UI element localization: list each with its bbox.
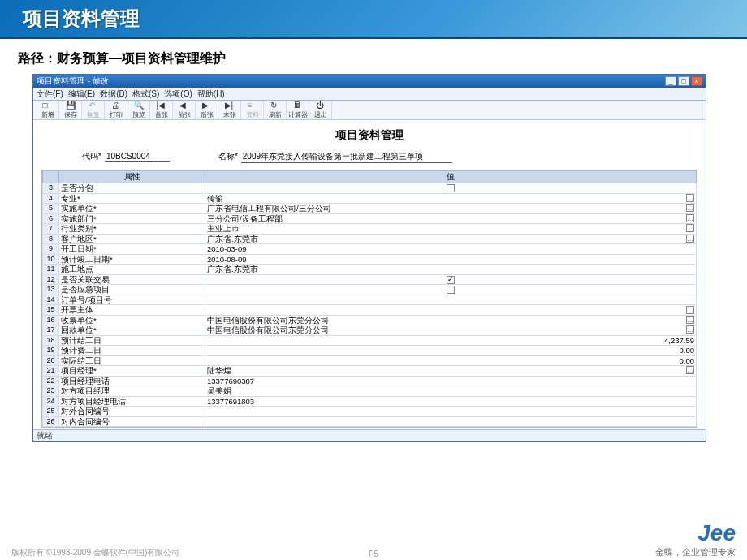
col-val: 值 xyxy=(205,171,697,183)
row-number: 5 xyxy=(43,204,59,214)
toolbar-后张[interactable]: ▶后张 xyxy=(196,101,218,119)
menu-item-3[interactable]: 格式(S) xyxy=(132,89,159,98)
value-cell[interactable]: 主业上市… xyxy=(205,224,697,235)
lookup-icon[interactable]: … xyxy=(686,204,694,212)
toolbar-预览[interactable]: 🔍预览 xyxy=(127,101,150,119)
value-cell[interactable] xyxy=(205,295,697,305)
value-cell[interactable]: 中国电信股份有限公司东莞分公司… xyxy=(205,315,697,325)
value-cell[interactable]: 广东省.东莞市 xyxy=(205,265,697,275)
toolbar-label: 前张 xyxy=(178,110,191,119)
menu-item-2[interactable]: 数据(D) xyxy=(100,89,127,98)
value-cell[interactable]: 13377690387 xyxy=(205,376,697,386)
toolbar-label: 恢复 xyxy=(87,110,100,119)
value-cell[interactable]: 0.00 xyxy=(205,346,697,356)
资料-icon: ≡ xyxy=(248,101,257,110)
attr-cell: 订单号/项目号 xyxy=(59,295,205,305)
close-button[interactable]: × xyxy=(691,76,702,86)
保存-icon: 💾 xyxy=(66,101,76,110)
value-cell[interactable]: 0.00 xyxy=(205,355,697,366)
checkbox[interactable] xyxy=(447,286,455,294)
row-number: 12 xyxy=(43,274,59,285)
row-number: 16 xyxy=(43,315,59,325)
lookup-icon[interactable]: … xyxy=(686,306,694,314)
lookup-icon[interactable]: … xyxy=(686,316,694,324)
value-cell[interactable]: … xyxy=(205,305,697,316)
toolbar: □新增💾保存↶恢复🖨打印🔍预览|◀首张◀前张▶后张▶|末张≡资料↻刷新🖩计算器⏻… xyxy=(33,101,706,120)
toolbar-末张[interactable]: ▶|末张 xyxy=(218,101,241,119)
table-row: 16收票单位*中国电信股份有限公司东莞分公司… xyxy=(43,315,697,325)
slide-title: 项目资料管理 xyxy=(23,6,140,32)
attr-cell: 对内合同编号 xyxy=(59,416,205,427)
后张-icon: ▶ xyxy=(202,101,212,110)
page-title: 项目资料管理 xyxy=(41,128,697,143)
value-cell[interactable] xyxy=(205,407,697,417)
minimize-button[interactable]: _ xyxy=(665,76,676,86)
value-cell[interactable] xyxy=(205,285,697,295)
checkbox[interactable] xyxy=(447,184,455,192)
attr-cell: 实施部门* xyxy=(59,213,205,224)
row-number: 17 xyxy=(43,325,59,336)
row-number: 4 xyxy=(43,193,59,204)
attr-cell: 对外结算区域 xyxy=(59,427,205,429)
value-cell[interactable] xyxy=(205,183,697,194)
attr-cell: 对方项目经理电话 xyxy=(59,396,205,407)
code-field[interactable]: 10BCS0004 xyxy=(105,152,170,162)
name-field[interactable]: 2009年东莞接入传输设备第一批新建工程第三单项 xyxy=(241,151,452,163)
lookup-icon[interactable]: … xyxy=(686,194,694,202)
toolbar-刷新[interactable]: ↻刷新 xyxy=(264,101,287,119)
toolbar-label: 计算器 xyxy=(288,110,308,119)
value-cell[interactable] xyxy=(205,427,697,429)
toolbar-label: 末张 xyxy=(223,110,236,119)
attr-cell: 是否分包 xyxy=(59,183,205,194)
toolbar-首张[interactable]: |◀首张 xyxy=(150,101,173,119)
toolbar-打印[interactable]: 🖨打印 xyxy=(105,101,127,119)
toolbar-退出[interactable]: ⏻退出 xyxy=(309,101,332,119)
attr-cell: 项目经理* xyxy=(59,366,205,377)
toolbar-label: 预览 xyxy=(132,110,145,119)
value-cell[interactable]: 13377691803 xyxy=(205,396,697,407)
lookup-icon[interactable]: … xyxy=(686,214,694,222)
toolbar-新增[interactable]: □新增 xyxy=(37,101,59,119)
row-number: 26 xyxy=(43,416,59,427)
toolbar-计算器[interactable]: 🖩计算器 xyxy=(287,101,309,119)
value-cell[interactable]: 陆华煌… xyxy=(205,366,697,377)
value-cell[interactable]: 2010-08-09 xyxy=(205,254,697,265)
attributes-table[interactable]: 属性 值 3是否分包4专业*传输…5实施单位*广东省电信工程有限公司/三分公司…… xyxy=(41,170,697,428)
预览-icon: 🔍 xyxy=(134,101,144,110)
刷新-icon: ↻ xyxy=(270,101,280,110)
menu-item-4[interactable]: 选项(O) xyxy=(164,89,192,98)
breadcrumb: 路径：财务预算—项目资料管理维护 xyxy=(18,50,739,67)
menu-item-1[interactable]: 编辑(E) xyxy=(68,89,95,98)
row-number: 15 xyxy=(43,305,59,316)
attr-cell: 预计结工日 xyxy=(59,335,205,346)
value-cell[interactable]: 三分公司/设备工程部… xyxy=(205,213,697,224)
value-cell[interactable]: 2010-03-09 xyxy=(205,244,697,255)
value-cell[interactable]: 中国电信股份有限公司东莞分公司… xyxy=(205,325,697,336)
attr-cell: 开票主体 xyxy=(59,305,205,316)
value-cell[interactable]: 传输… xyxy=(205,193,697,204)
attr-cell: 客户地区* xyxy=(59,234,205,244)
value-cell[interactable]: 广东省.东莞市… xyxy=(205,234,697,244)
toolbar-前张[interactable]: ◀前张 xyxy=(173,101,196,119)
value-cell[interactable]: 吴美娟 xyxy=(205,386,697,397)
lookup-icon[interactable]: … xyxy=(686,325,694,334)
checkbox[interactable] xyxy=(447,276,455,284)
attr-cell: 对外合同编号 xyxy=(59,407,205,417)
value-cell[interactable]: 广东省电信工程有限公司/三分公司… xyxy=(205,204,697,214)
maximize-button[interactable]: □ xyxy=(678,76,689,86)
lookup-icon[interactable]: … xyxy=(686,366,694,374)
lookup-icon[interactable]: … xyxy=(686,235,694,243)
slide-header: 项目资料管理 xyxy=(0,0,747,39)
首张-icon: |◀ xyxy=(157,101,166,110)
attr-cell: 是否关联交易 xyxy=(59,274,205,285)
value-cell[interactable] xyxy=(205,416,697,427)
attr-cell: 收票单位* xyxy=(59,315,205,325)
menu-item-0[interactable]: 文件(F) xyxy=(37,89,63,98)
row-number: 24 xyxy=(43,396,59,407)
value-cell[interactable]: 4,237.59 xyxy=(205,335,697,346)
menu-item-5[interactable]: 帮助(H) xyxy=(197,89,225,98)
toolbar-保存[interactable]: 💾保存 xyxy=(59,101,82,119)
value-cell[interactable] xyxy=(205,274,697,285)
lookup-icon[interactable]: … xyxy=(686,224,694,232)
table-row: 20实际结工日0.00 xyxy=(43,355,697,366)
